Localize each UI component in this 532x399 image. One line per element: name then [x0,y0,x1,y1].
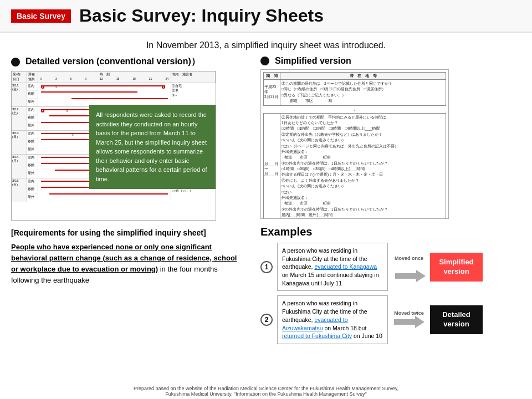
form-row-arrow: ↓ [264,105,446,113]
simplified-version-image: 期 間 滞 在 地 等 平成23年3月11日 ①この期間の居住地は、2ページで記… [260,69,449,219]
form-row-period: 月___日〜月___日 ②居住地の近くでの期間、平均的にみると屋外にいる時間は、… [264,113,446,219]
svg-marker-0 [395,270,426,282]
result-label-1: Simplifiedversion [439,258,473,277]
page-title: Basic Survey: Inquiry Sheets [79,6,324,26]
detailed-section-title: Detailed version (conventional version)） [11,56,255,68]
result-box-1: Simplifiedversion [430,253,483,282]
timeline-311: ① [38,83,171,106]
example-text-1: A person who was residing in Fukushima C… [277,243,388,291]
footer-line1: Prepared based on the website of the Rad… [0,386,532,391]
bullet-icon [11,58,20,66]
examples-title: Examples [260,226,521,238]
arrow-icon-1 [395,270,426,282]
grid-header: 受/在月日 滞在場所 時 刻 03691215182124 地名・施設名 [12,71,216,83]
requirements-section: [Requirements for using the simplified i… [11,227,244,286]
grid-place-header: 地名・施設名 [171,71,216,83]
form-col-period: 期 間 [264,73,280,80]
date-314: 3/14(月) [12,155,27,178]
locations-315: 室内 移動 屋外 [27,178,38,202]
example-1-arrow-label: Moved once [395,255,423,261]
example-2-arrow: Moved twice [392,310,426,329]
example-2-text3: on June 10 [352,332,382,339]
locations-314: 室内 移動 屋外 [27,155,38,178]
callout-arrow-icon [208,116,216,136]
footer: Prepared based on the website of the Rad… [0,386,532,397]
left-column: Detailed version (conventional version)）… [11,56,255,349]
footer-line2: Fukushima Medical University, "Informati… [0,391,532,397]
example-number-2: 2 [260,314,273,326]
requirements-title: [Requirements for using the simplified i… [11,227,244,239]
bullet-icon-2 [260,57,269,65]
examples-section: Examples 1 A person who was residing in … [260,226,521,344]
date-313: 3/13(日) [12,131,27,154]
locations-313: 室内 移動 屋外 [27,131,38,154]
date-315: 3/15(火) [12,178,27,202]
example-row-2: 2 A person who was residing in Fukushima… [260,295,521,344]
detailed-version-image: 受/在月日 滞在場所 時 刻 03691215182124 地名・施設名 3/1… [11,71,216,221]
grid-date-header: 受/在月日 [12,71,27,83]
example-1-arrow: Moved once [392,255,426,279]
locations-311: 室内 移動 屋外 [27,83,38,106]
form-col-location: 滞 在 地 等 [280,73,446,80]
example-row-1: 1 A person who was residing in Fukushima… [260,243,521,291]
svg-marker-1 [394,316,424,328]
example-2-link2: returned to Fukushima City [282,332,352,339]
date-312: 3/12(土) [12,107,27,130]
subtitle: In November 2013, a simplified inquiry s… [0,33,532,56]
example-2-text2: on March 18 but [323,325,367,331]
example-2-arrow-label: Moved twice [394,310,424,316]
simplified-form-table: 期 間 滞 在 地 等 平成23年3月11日 ①この期間の居住地は、2ページで記… [263,72,446,219]
locations-312: 室内 移動 屋外 [27,107,38,130]
example-1-text2: on March 15 and continued staying in Kan… [282,272,379,287]
header: Basic Survey Basic Survey: Inquiry Sheet… [0,0,532,33]
example-number-1: 1 [260,261,273,273]
annotation-311: ①自宅②車③－ [171,83,216,106]
header-badge: Basic Survey [11,9,71,23]
date-311: 3/11(金) [12,83,27,106]
grid-time-header: 時 刻 03691215182124 [38,71,171,83]
callout-text: All respondents were asked to record the… [96,111,207,182]
result-label-2: Detailedversion [442,310,470,329]
example-text-2: A person who was residing in Fukushima C… [277,295,388,344]
grid-location-header: 滞在場所 [27,71,38,83]
example-1-link1: evacuated to Kanagawa [314,263,377,270]
result-box-2: Detailedversion [430,305,483,334]
callout-box: All respondents were asked to record the… [89,105,216,189]
simplified-section-title: Simplified version [260,56,521,66]
right-column: Simplified version 期 間 滞 在 地 等 平成23年3月11… [260,56,521,349]
arrow-icon-2 [394,316,424,328]
form-row-header: 平成23年3月11日 ①この期間の居住地は、2ページで記載した住所と同じですか？… [264,80,446,106]
main-content: Detailed version (conventional version)）… [0,56,532,349]
